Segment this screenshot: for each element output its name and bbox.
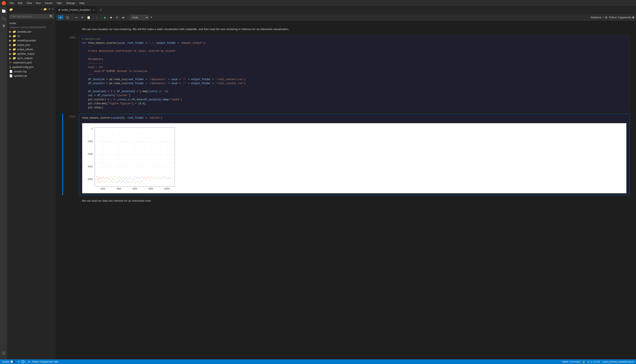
cell-body-29[interactable]: # matplotlib def show_kmeans_scatter(uui… bbox=[79, 35, 630, 112]
menu-run[interactable]: Run bbox=[34, 1, 42, 5]
nav-extensions-icon[interactable] bbox=[1, 23, 7, 29]
tree-item-anndata-zarr[interactable]: ▶ 📁 anndata-zarr bbox=[8, 30, 56, 34]
svg-point-104 bbox=[165, 151, 166, 152]
tree-item-ometiff[interactable]: ▶ 📁 ometiff-pyramids bbox=[8, 38, 56, 43]
svg-point-240 bbox=[115, 182, 116, 182]
menu-settings[interactable]: Settings bbox=[64, 1, 77, 5]
sort-icon[interactable]: ↑ bbox=[52, 22, 54, 25]
svg-point-60 bbox=[157, 142, 157, 142]
menu-view[interactable]: View bbox=[25, 1, 34, 5]
fast-forward-button[interactable]: ⏭ bbox=[121, 15, 126, 20]
svg-point-53 bbox=[142, 141, 142, 142]
svg-point-140 bbox=[157, 160, 157, 160]
svg-point-198 bbox=[118, 178, 118, 178]
yaml-icon: Y› bbox=[9, 61, 12, 64]
refresh-icon[interactable]: ↻ bbox=[52, 8, 54, 11]
status-settings-icon[interactable]: ⚙ bbox=[28, 360, 30, 363]
svg-point-251 bbox=[137, 182, 138, 182]
svg-point-236 bbox=[106, 181, 107, 182]
restart-button[interactable]: ↺ bbox=[114, 15, 120, 20]
external-link-icon[interactable]: ↗ bbox=[602, 16, 604, 19]
new-tab-button[interactable]: + bbox=[98, 6, 104, 14]
svg-point-117 bbox=[141, 155, 141, 156]
cell-download-btn[interactable]: ⬇ bbox=[616, 115, 619, 119]
svg-point-232 bbox=[99, 182, 100, 182]
cell-delete-btn[interactable]: 🗑 bbox=[625, 115, 628, 119]
stop-button[interactable]: ■ bbox=[109, 15, 113, 20]
tree-item-label-tar: symlinks.tar bbox=[14, 74, 27, 78]
simple-toggle[interactable]: Simple bbox=[2, 360, 16, 363]
svg-point-130 bbox=[114, 160, 115, 160]
menu-kernel[interactable]: Kernel bbox=[43, 1, 54, 5]
svg-point-71 bbox=[107, 146, 108, 147]
cell-down-btn[interactable]: ↓ bbox=[613, 115, 615, 119]
tree-item-output-offsets[interactable]: ▶ 📁 output_offsets bbox=[8, 47, 56, 52]
svg-point-192 bbox=[109, 178, 110, 179]
svg-point-234 bbox=[103, 181, 104, 182]
move-up-button[interactable]: ↑ bbox=[95, 15, 99, 20]
tree-item-session-log[interactable]: 📄 session.log bbox=[8, 69, 56, 74]
svg-point-25 bbox=[130, 132, 131, 133]
kernel-label: Python 3 (ipykernel) bbox=[609, 16, 634, 19]
new-file-icon[interactable]: + bbox=[40, 8, 42, 11]
svg-point-230 bbox=[170, 178, 170, 179]
svg-point-166 bbox=[106, 168, 107, 168]
svg-point-226 bbox=[163, 178, 164, 178]
svg-point-202 bbox=[124, 179, 125, 179]
cell-code-31: show_kmeans_scatter(uuids[0], root_folde… bbox=[79, 114, 630, 122]
svg-point-154 bbox=[137, 162, 137, 163]
nav-settings-icon[interactable] bbox=[1, 350, 7, 356]
menu-tabs[interactable]: Tabs bbox=[55, 1, 64, 5]
run-button[interactable]: ▶ bbox=[103, 15, 108, 20]
menu-edit[interactable]: Edit bbox=[16, 1, 24, 5]
nav-search-icon[interactable] bbox=[1, 16, 7, 22]
svg-point-207 bbox=[131, 178, 132, 179]
cell-up-btn[interactable]: ↑ bbox=[610, 115, 612, 119]
svg-point-168 bbox=[114, 168, 115, 169]
toolbar-separator-4 bbox=[128, 15, 128, 20]
tree-item-n5[interactable]: ▶ 📁 n5 bbox=[8, 34, 56, 38]
cell-sidebar-footer bbox=[62, 197, 63, 205]
save-button[interactable] bbox=[65, 15, 70, 20]
menu-file[interactable]: File bbox=[8, 1, 15, 5]
cell-body-31[interactable]: show_kmeans_scatter(uuids[0], root_folde… bbox=[79, 114, 630, 195]
cell-filter-btn[interactable]: 🔽 bbox=[620, 115, 624, 119]
cut-button[interactable]: ✂ bbox=[74, 15, 79, 20]
svg-point-123 bbox=[166, 156, 166, 156]
menu-help[interactable]: Help bbox=[78, 1, 86, 5]
svg-point-75 bbox=[124, 147, 124, 147]
tree-item-sprm-outputs[interactable]: ▶ 📁 sprm_outputs bbox=[8, 56, 56, 60]
nav-files-icon[interactable] bbox=[1, 8, 7, 14]
paste-button[interactable]: 📋 bbox=[86, 15, 92, 20]
svg-point-235 bbox=[105, 182, 105, 183]
cell-type-select[interactable]: Code Markdown Raw bbox=[130, 15, 149, 20]
upload-icon[interactable]: ⬆ bbox=[48, 8, 50, 11]
svg-point-65 bbox=[167, 142, 168, 143]
toolbar-settings-icon[interactable]: ⚙ bbox=[605, 16, 608, 19]
svg-point-180 bbox=[165, 168, 166, 168]
cell-copy-btn[interactable]: ⎘ bbox=[606, 115, 609, 119]
svg-point-69 bbox=[99, 146, 99, 146]
active-tab[interactable]: codex_kmeans_template.i ✕ bbox=[56, 6, 98, 14]
copy-button[interactable]: ⎘ bbox=[80, 15, 84, 20]
folder-icon-output-json-2: 📁 bbox=[12, 43, 16, 46]
tree-item-pipeline-output[interactable]: ▶ 📁 pipeline_output bbox=[8, 52, 56, 56]
tab-close-icon[interactable]: ✕ bbox=[93, 8, 95, 11]
tree-item-output-json[interactable]: ▶ 📁 output_json bbox=[8, 43, 56, 47]
filter-input[interactable] bbox=[9, 14, 54, 19]
svg-text:0: 0 bbox=[92, 128, 93, 130]
tree-item-symlinks-tar[interactable]: 📄 symlinks.tar bbox=[8, 74, 56, 78]
code-cell-29: [29]: # matplotlib def show_kmeans_scatt… bbox=[62, 35, 630, 112]
tree-item-experiment-yaml[interactable]: Y› experiment.yaml bbox=[8, 60, 56, 65]
svg-point-164 bbox=[98, 167, 98, 168]
svg-point-139 bbox=[152, 158, 153, 159]
svg-point-161 bbox=[166, 164, 166, 164]
tree-item-pipeline-config[interactable]: {} pipelineConfig.json bbox=[8, 65, 56, 69]
tree-item-label-n5: n5 bbox=[17, 35, 20, 38]
svg-point-102 bbox=[157, 151, 157, 152]
svg-point-189 bbox=[98, 179, 98, 180]
new-cell-button[interactable]: + bbox=[58, 15, 64, 20]
cell-label-29: [29]: bbox=[65, 35, 77, 112]
svg-point-165 bbox=[102, 167, 102, 167]
new-folder-icon[interactable]: 📂 bbox=[44, 8, 47, 11]
